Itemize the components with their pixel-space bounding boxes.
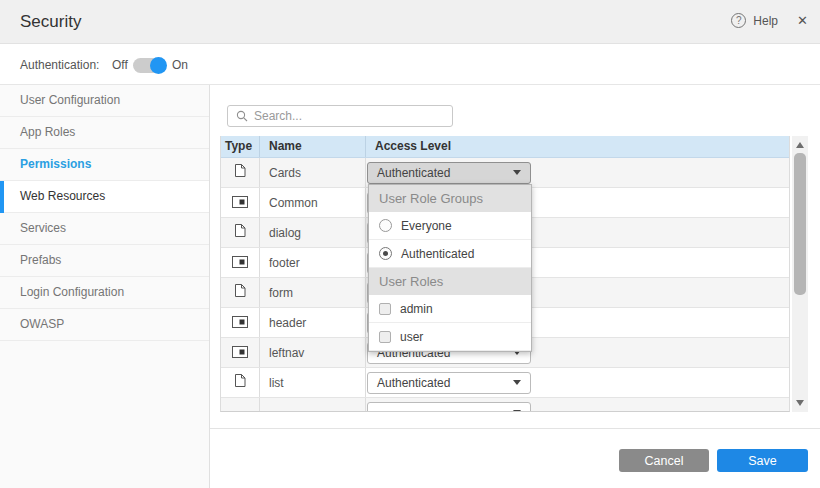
table-row xyxy=(221,398,789,412)
name-cell: dialog xyxy=(260,218,366,247)
access-level-dropdown[interactable]: Authenticated xyxy=(367,372,531,394)
close-icon[interactable]: ✕ xyxy=(797,13,808,28)
name-cell: form xyxy=(260,278,366,307)
access-level-dropdown[interactable] xyxy=(367,402,531,413)
sidebar-item-services[interactable]: Services xyxy=(0,213,209,245)
toggle-off-label: Off xyxy=(112,58,128,72)
access-cell xyxy=(366,398,789,412)
page-icon xyxy=(234,223,246,242)
page-title: Security xyxy=(20,12,81,32)
scroll-down-button[interactable] xyxy=(792,396,808,410)
name-cell: footer xyxy=(260,248,366,277)
type-cell xyxy=(221,338,260,367)
checkbox-unchecked-icon[interactable] xyxy=(379,303,391,315)
titlebar: Security ? Help ✕ xyxy=(0,0,820,44)
help-label: Help xyxy=(753,14,778,28)
sidebar-item-app-roles[interactable]: App Roles xyxy=(0,117,209,149)
option-everyone[interactable]: Everyone xyxy=(369,212,531,240)
search-input[interactable] xyxy=(254,107,452,125)
cancel-button[interactable]: Cancel xyxy=(619,449,709,472)
sidebar-item-login-configuration[interactable]: Login Configuration xyxy=(0,277,209,309)
name-cell: leftnav xyxy=(260,338,366,367)
access-level-dropdown[interactable]: Authenticated xyxy=(367,162,531,184)
radio-selected-icon[interactable] xyxy=(379,247,392,260)
page-icon xyxy=(234,283,246,302)
sidebar-item-web-resources[interactable]: Web Resources xyxy=(0,181,209,213)
option-label: Authenticated xyxy=(401,247,474,261)
type-cell xyxy=(221,368,260,397)
name-cell xyxy=(260,398,366,412)
sidebar: User ConfigurationApp RolesPermissionsWe… xyxy=(0,85,210,488)
name-cell: Common xyxy=(260,188,366,217)
access-level-popup: User Role Groups EveryoneAuthenticated U… xyxy=(368,184,532,352)
search-icon xyxy=(236,110,248,122)
scroll-down-icon xyxy=(796,400,804,406)
table-scrollbar[interactable] xyxy=(792,136,808,412)
checkbox-unchecked-icon[interactable] xyxy=(379,331,391,343)
type-cell xyxy=(221,158,260,187)
table-row: listAuthenticated xyxy=(221,368,789,398)
radio-unselected-icon[interactable] xyxy=(379,219,392,232)
widget-icon xyxy=(232,194,248,212)
page-icon xyxy=(234,163,246,182)
name-cell: list xyxy=(260,368,366,397)
access-cell: Authenticated xyxy=(366,158,789,187)
widget-icon xyxy=(232,254,248,272)
sidebar-item-permissions[interactable]: Permissions xyxy=(0,149,209,181)
help-button[interactable]: ? Help xyxy=(731,13,778,28)
type-cell xyxy=(221,188,260,217)
option-authenticated[interactable]: Authenticated xyxy=(369,240,531,268)
option-admin[interactable]: admin xyxy=(369,295,531,323)
table-header: Type Name Access Level xyxy=(221,136,789,158)
chevron-down-icon xyxy=(513,410,521,412)
page-icon xyxy=(234,373,246,392)
scrollbar-thumb[interactable] xyxy=(794,153,806,295)
type-cell xyxy=(221,308,260,337)
toggle-knob xyxy=(150,57,167,74)
type-cell xyxy=(221,248,260,277)
name-cell: header xyxy=(260,308,366,337)
search-box xyxy=(227,105,453,127)
type-cell xyxy=(221,278,260,307)
sidebar-item-prefabs[interactable]: Prefabs xyxy=(0,245,209,277)
column-header-name: Name xyxy=(260,136,366,157)
authentication-bar: Authentication: Off On xyxy=(0,44,820,85)
security-dialog: Security ? Help ✕ Authentication: Off On… xyxy=(0,0,820,488)
scroll-up-button[interactable] xyxy=(792,138,808,152)
widget-icon xyxy=(232,344,248,362)
option-user[interactable]: user xyxy=(369,323,531,351)
option-label: user xyxy=(400,330,423,344)
sidebar-item-user-configuration[interactable]: User Configuration xyxy=(0,85,209,117)
save-button[interactable]: Save xyxy=(717,449,808,472)
type-cell xyxy=(221,218,260,247)
type-cell xyxy=(221,398,260,412)
column-header-access-level: Access Level xyxy=(366,136,789,157)
option-label: Everyone xyxy=(401,219,452,233)
chevron-down-icon xyxy=(513,170,521,175)
web-resources-table: Type Name Access Level CardsAuthenticate… xyxy=(220,136,790,412)
column-header-type: Type xyxy=(221,136,260,157)
access-level-value: Authenticated xyxy=(377,166,450,180)
authentication-label: Authentication: xyxy=(20,58,99,72)
toggle-on-label: On xyxy=(172,58,188,72)
access-level-value: Authenticated xyxy=(377,376,450,390)
help-icon: ? xyxy=(731,13,746,28)
popup-group-header: User Role Groups xyxy=(369,185,531,212)
name-cell: Cards xyxy=(260,158,366,187)
popup-roles-header: User Roles xyxy=(369,268,531,295)
option-label: admin xyxy=(400,302,433,316)
access-cell: Authenticated xyxy=(366,368,789,397)
footer-divider xyxy=(210,428,820,429)
sidebar-item-owasp[interactable]: OWASP xyxy=(0,309,209,341)
widget-icon xyxy=(232,314,248,332)
scroll-up-icon xyxy=(796,142,804,148)
chevron-down-icon xyxy=(513,380,521,385)
authentication-toggle[interactable] xyxy=(133,57,165,74)
